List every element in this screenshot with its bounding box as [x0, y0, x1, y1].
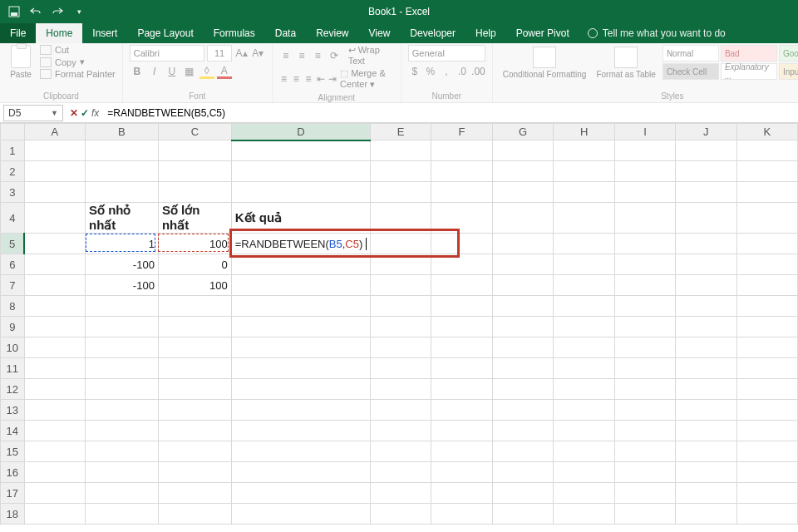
row-header-3[interactable]: 3: [1, 182, 25, 203]
style-good[interactable]: Good: [779, 45, 798, 62]
col-header-J[interactable]: J: [676, 124, 736, 140]
undo-icon[interactable]: [27, 2, 45, 21]
accounting-icon[interactable]: $: [408, 64, 421, 79]
font-color-button[interactable]: A: [217, 64, 232, 79]
spreadsheet-grid[interactable]: A B C D E F G H I J K 1 2 3 4 Số nhỏ nhấ…: [0, 123, 798, 525]
row-header-17[interactable]: 17: [1, 483, 25, 504]
format-painter-button[interactable]: Format Painter: [40, 69, 116, 79]
cell-C5[interactable]: 100: [158, 234, 231, 254]
style-input[interactable]: Input: [779, 63, 798, 80]
row-header-11[interactable]: 11: [1, 358, 25, 379]
cell-B7[interactable]: -100: [86, 275, 159, 296]
col-header-A[interactable]: A: [24, 124, 85, 140]
row-header-2[interactable]: 2: [1, 161, 25, 182]
col-header-G[interactable]: G: [492, 124, 554, 140]
tab-formulas[interactable]: Formulas: [204, 23, 265, 43]
style-explanatory[interactable]: Explanatory ...: [721, 63, 777, 80]
inc-decimal-icon[interactable]: .0: [456, 64, 469, 79]
align-middle-icon[interactable]: ≡: [295, 48, 308, 63]
percent-icon[interactable]: %: [424, 64, 437, 79]
cell-B6[interactable]: -100: [86, 254, 159, 275]
cell-C4[interactable]: Số lớn nhất: [158, 203, 231, 234]
wrap-text-button[interactable]: ↩ Wrap Text: [348, 45, 394, 66]
format-as-table-button[interactable]: Format as Table: [593, 45, 659, 81]
cell-C6[interactable]: 0: [158, 254, 231, 275]
tab-data[interactable]: Data: [265, 23, 306, 43]
col-header-D[interactable]: D: [231, 124, 370, 140]
indent-inc-icon[interactable]: ⇥: [328, 71, 337, 86]
tab-review[interactable]: Review: [306, 23, 358, 43]
underline-button[interactable]: U: [165, 64, 180, 79]
enter-formula-icon[interactable]: ✓: [81, 107, 89, 119]
row-header-16[interactable]: 16: [1, 462, 25, 483]
increase-font-icon[interactable]: A▴: [234, 46, 249, 61]
row-header-10[interactable]: 10: [1, 337, 25, 358]
row-header-12[interactable]: 12: [1, 379, 25, 400]
fx-icon[interactable]: fx: [91, 107, 99, 119]
style-bad[interactable]: Bad: [721, 45, 777, 62]
tab-view[interactable]: View: [359, 23, 401, 43]
italic-button[interactable]: I: [147, 64, 162, 79]
tab-help[interactable]: Help: [466, 23, 506, 43]
orientation-icon[interactable]: ⟳: [327, 48, 340, 63]
font-size-combo[interactable]: 11: [207, 45, 232, 62]
row-header-13[interactable]: 13: [1, 400, 25, 421]
conditional-formatting-button[interactable]: Conditional Formatting: [500, 45, 590, 81]
cell-B5[interactable]: 1: [86, 234, 159, 254]
name-box[interactable]: D5 ▼: [3, 105, 63, 121]
col-header-K[interactable]: K: [736, 124, 798, 140]
align-center-icon[interactable]: ≡: [291, 71, 301, 86]
row-header-7[interactable]: 7: [1, 275, 25, 296]
row-header-8[interactable]: 8: [1, 296, 25, 317]
cut-button[interactable]: Cut: [40, 45, 116, 55]
qat-customize-icon[interactable]: ▾: [70, 2, 88, 21]
tab-insert[interactable]: Insert: [82, 23, 127, 43]
decrease-font-icon[interactable]: A▾: [251, 46, 265, 61]
row-header-15[interactable]: 15: [1, 441, 25, 462]
tab-file[interactable]: File: [0, 23, 36, 43]
save-icon[interactable]: [5, 2, 23, 21]
tab-developer[interactable]: Developer: [400, 23, 466, 43]
col-header-H[interactable]: H: [554, 124, 615, 140]
cell-D4[interactable]: Kết quả: [231, 203, 370, 234]
align-bottom-icon[interactable]: ≡: [311, 48, 324, 63]
border-button[interactable]: ▦: [182, 64, 197, 79]
tell-me-search[interactable]: Tell me what you want to do: [579, 23, 734, 43]
tab-home[interactable]: Home: [36, 23, 82, 43]
chevron-down-icon[interactable]: ▼: [51, 109, 58, 117]
style-check-cell[interactable]: Check Cell: [663, 63, 719, 80]
col-header-C[interactable]: C: [158, 124, 231, 140]
formula-input[interactable]: [102, 105, 798, 121]
cancel-formula-icon[interactable]: ✕: [70, 107, 78, 119]
tab-powerpivot[interactable]: Power Pivot: [506, 23, 579, 43]
select-all-corner[interactable]: [1, 124, 25, 140]
fill-color-button[interactable]: ◊: [200, 64, 214, 79]
row-header-18[interactable]: 18: [1, 504, 25, 525]
col-header-I[interactable]: I: [614, 124, 675, 140]
tab-page-layout[interactable]: Page Layout: [127, 23, 203, 43]
row-header-4[interactable]: 4: [1, 203, 25, 234]
row-header-6[interactable]: 6: [1, 254, 25, 275]
row-header-9[interactable]: 9: [1, 317, 25, 337]
dec-decimal-icon[interactable]: .00: [471, 64, 485, 79]
cell-C7[interactable]: 100: [158, 275, 231, 296]
cell-styles-gallery[interactable]: Normal Bad Good Check Cell Explanatory .…: [663, 45, 798, 81]
cell-B4[interactable]: Số nhỏ nhất: [86, 203, 159, 234]
bold-button[interactable]: B: [130, 64, 145, 79]
row-header-14[interactable]: 14: [1, 421, 25, 441]
col-header-F[interactable]: F: [431, 124, 492, 140]
paste-button[interactable]: Paste: [7, 45, 35, 79]
comma-icon[interactable]: ,: [440, 64, 453, 79]
align-top-icon[interactable]: ≡: [279, 48, 293, 63]
row-header-1[interactable]: 1: [1, 140, 25, 161]
row-header-5[interactable]: 5: [1, 234, 25, 254]
cell-D5[interactable]: =RANDBETWEEN(B5,C5): [231, 234, 370, 254]
font-name-combo[interactable]: Calibri: [130, 45, 204, 62]
col-header-B[interactable]: B: [86, 124, 159, 140]
cell[interactable]: [24, 140, 85, 161]
merge-center-button[interactable]: ⬚ Merge & Center ▾: [340, 68, 394, 90]
indent-dec-icon[interactable]: ⇤: [316, 71, 326, 86]
style-normal[interactable]: Normal: [663, 45, 719, 62]
copy-button[interactable]: Copy ▾: [40, 57, 116, 67]
col-header-E[interactable]: E: [370, 124, 431, 140]
